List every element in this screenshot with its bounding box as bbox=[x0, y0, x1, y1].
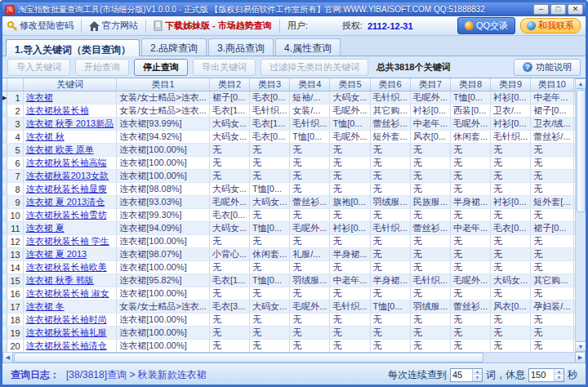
keyword-cell[interactable]: 连衣裙 夏 bbox=[23, 222, 117, 235]
grid-viewport: 关键词类目1类目2类目3类目4类目5类目6类目7类目8类目9类目10类目11类目… bbox=[2, 78, 575, 352]
category-cell: 无 bbox=[290, 209, 330, 222]
keyword-link[interactable]: 连衣裙秋装长袖 学生 bbox=[26, 236, 109, 246]
stop-query-button[interactable]: 停止查询 bbox=[134, 59, 188, 76]
maximize-button[interactable]: □ bbox=[550, 4, 566, 15]
category-cell: 无 bbox=[290, 170, 330, 183]
keyword-cell[interactable]: 连衣裙秋装长袖 学生 bbox=[23, 235, 117, 248]
keyword-cell[interactable]: 连衣裙秋装长袖雪纺 bbox=[23, 209, 117, 222]
vertical-scroll-thumb[interactable] bbox=[577, 90, 586, 212]
category-cell: 毛衣[1... bbox=[209, 105, 249, 118]
keyword-link[interactable]: 连衣裙 夏 bbox=[26, 223, 65, 233]
rest-seconds-stepper[interactable]: ▲ ▼ bbox=[528, 368, 564, 382]
rest-seconds-input[interactable] bbox=[529, 369, 554, 381]
column-header[interactable]: 类目1 bbox=[117, 78, 210, 91]
scroll-up-icon[interactable]: ▲ bbox=[576, 78, 586, 89]
scroll-left-icon[interactable]: ◀ bbox=[2, 353, 13, 363]
keyword-cell[interactable]: 连衣裙 夏 2013清仓 bbox=[23, 196, 117, 209]
keyword-cell[interactable]: 连衣裙秋装长袖 淑女 bbox=[23, 287, 117, 300]
keyword-cell[interactable]: 连衣裙秋装长袖欧美 bbox=[23, 261, 117, 274]
category-cell: 连衣裙[98.07%] bbox=[117, 248, 210, 261]
keyword-cell[interactable]: 连衣裙 秋季 2013新品 bbox=[23, 118, 117, 131]
rest-up-icon[interactable]: ▲ bbox=[555, 369, 564, 376]
keyword-link[interactable]: 连衣裙 冬 bbox=[26, 301, 65, 311]
keyword-link[interactable]: 连衣裙秋装长袖礼服 bbox=[26, 327, 107, 337]
category-cell: 无 bbox=[450, 157, 490, 170]
keyword-link[interactable]: 连衣裙 秋季 韩版 bbox=[26, 275, 94, 285]
keyword-link[interactable]: 连衣裙秋装长袖显瘦 bbox=[26, 184, 107, 194]
column-header[interactable]: 类目9 bbox=[491, 78, 531, 91]
keyword-cell[interactable]: 连衣裙 秋季 韩版 bbox=[23, 274, 117, 287]
batch-size-input[interactable] bbox=[451, 369, 472, 381]
column-header[interactable]: 类目3 bbox=[250, 78, 290, 91]
column-header[interactable]: 类目5 bbox=[330, 78, 370, 91]
close-button[interactable]: ✕ bbox=[568, 4, 583, 15]
keyword-link[interactable]: 连衣裙 欧美 原单 bbox=[26, 145, 94, 154]
keyword-link[interactable]: 连衣裙秋装长袖 淑女 bbox=[26, 288, 109, 298]
minimize-button[interactable]: – bbox=[533, 4, 549, 15]
keyword-cell[interactable]: 连衣裙 冬 bbox=[23, 300, 117, 314]
batch-up-icon[interactable]: ▲ bbox=[473, 369, 482, 376]
column-header[interactable]: 类目4 bbox=[290, 78, 330, 91]
rest-down-icon[interactable]: ▼ bbox=[555, 375, 564, 381]
keyword-link[interactable]: 连衣裙 秋 bbox=[26, 131, 65, 141]
horizontal-scroll-thumb[interactable] bbox=[14, 353, 483, 363]
table-row: 17连衣裙 冬女装/女士精品>连衣...毛衣[3...大码女...毛呢外...毛… bbox=[2, 300, 575, 314]
keyword-link[interactable]: 连衣裙 bbox=[26, 92, 53, 102]
keyword-link[interactable]: 连衣裙秋装长袖清仓 bbox=[26, 340, 107, 350]
column-header[interactable]: 类目8 bbox=[450, 78, 490, 91]
keyword-link[interactable]: 连衣裙秋装长袖雪纺 bbox=[26, 210, 107, 220]
category-cell: 连衣裙[100.00%] bbox=[117, 144, 210, 157]
keyword-cell[interactable]: 连衣裙秋装长袖清仓 bbox=[23, 340, 117, 353]
keyword-link[interactable]: 连衣裙 夏 2013 bbox=[26, 249, 87, 259]
keyword-cell[interactable]: 连衣裙 欧美 原单 bbox=[23, 144, 117, 157]
contact-me-button[interactable]: 和我联系 bbox=[520, 18, 581, 33]
keyword-link[interactable]: 连衣裙 秋季 2013新品 bbox=[26, 118, 114, 128]
start-query-button[interactable]: 开始查询 bbox=[75, 59, 129, 76]
table-row: 16连衣裙秋装长袖 淑女连衣裙[100.00%]无无无无无无无无无无无无 bbox=[2, 287, 575, 300]
category-cell: 无 bbox=[290, 314, 330, 327]
category-cell: 连衣裙[100.00%] bbox=[117, 261, 210, 274]
change-password-button[interactable]: 修改登陆密码 bbox=[7, 20, 74, 32]
category-cell: 毛衣[0... bbox=[491, 222, 531, 235]
keyword-link[interactable]: 连衣裙 夏 2013清仓 bbox=[26, 197, 105, 207]
column-header[interactable]: 类目2 bbox=[209, 78, 249, 91]
keyword-cell[interactable]: 连衣裙秋装长袖显瘦 bbox=[23, 183, 117, 196]
category-cell: 无 bbox=[491, 170, 531, 183]
tab-product-query[interactable]: 3.商品查询 bbox=[208, 38, 274, 56]
category-cell: 中老年... bbox=[410, 118, 450, 131]
export-keywords-button[interactable]: 导出关键词 bbox=[193, 59, 256, 76]
keyword-link[interactable]: 连衣裙秋装长袖高端 bbox=[26, 158, 107, 167]
keyword-link[interactable]: 连衣裙秋装长袖 bbox=[26, 105, 89, 115]
vertical-scrollbar[interactable]: ▲ ▼ bbox=[575, 78, 586, 352]
keyword-cell[interactable]: 连衣裙秋装长袖时尚 bbox=[23, 314, 117, 327]
scroll-right-icon[interactable]: ▶ bbox=[575, 353, 586, 363]
column-header[interactable]: 类目7 bbox=[410, 78, 450, 91]
keyword-cell[interactable]: 连衣裙 bbox=[23, 91, 117, 105]
category-cell: 女装/女士精品>连衣... bbox=[117, 300, 210, 314]
keyword-cell[interactable]: 连衣裙秋装长袖高端 bbox=[23, 157, 117, 170]
official-site-button[interactable]: 官方网站 bbox=[89, 20, 138, 32]
keyword-cell[interactable]: 连衣裙 秋 bbox=[23, 131, 117, 144]
keyword-link[interactable]: 连衣裙秋装2013女款 bbox=[26, 171, 109, 180]
tab-attribute-query[interactable]: 4.属性查询 bbox=[275, 38, 341, 56]
scroll-down-icon[interactable]: ▼ bbox=[576, 341, 586, 352]
keyword-cell[interactable]: 连衣裙 夏 2013 bbox=[23, 248, 117, 261]
column-header[interactable]: 类目6 bbox=[370, 78, 410, 91]
keyword-link[interactable]: 连衣裙秋装长袖欧美 bbox=[26, 262, 107, 272]
tab-import-keywords[interactable]: 1.导入关键词（类目查询） bbox=[6, 39, 140, 56]
download-sister-button[interactable]: 下载姊妹版 - 市场趋势查询 bbox=[154, 20, 272, 32]
filter-no-category-button[interactable]: 过滤掉无类目的关键词 bbox=[261, 59, 368, 76]
help-button[interactable]: ? 功能说明 bbox=[514, 59, 581, 76]
keyword-link[interactable]: 连衣裙秋装长袖时尚 bbox=[26, 314, 107, 324]
import-keywords-button[interactable]: 导入关键词 bbox=[7, 59, 70, 76]
batch-size-stepper[interactable]: ▲ ▼ bbox=[450, 368, 483, 382]
keyword-cell[interactable]: 连衣裙秋装长袖礼服 bbox=[23, 327, 117, 340]
column-header[interactable]: 类目10 bbox=[531, 78, 573, 91]
keyword-cell[interactable]: 连衣裙秋装2013女款 bbox=[23, 170, 117, 183]
batch-down-icon[interactable]: ▼ bbox=[473, 375, 482, 381]
horizontal-scrollbar[interactable]: ◀ ▶ bbox=[2, 352, 586, 363]
column-header[interactable]: 关键词 bbox=[23, 78, 117, 91]
tab-brand-query[interactable]: 2.品牌查询 bbox=[141, 38, 207, 56]
keyword-cell[interactable]: 连衣裙秋装长袖 bbox=[23, 105, 117, 118]
qq-chat-button[interactable]: QQ交谈 bbox=[457, 17, 515, 34]
